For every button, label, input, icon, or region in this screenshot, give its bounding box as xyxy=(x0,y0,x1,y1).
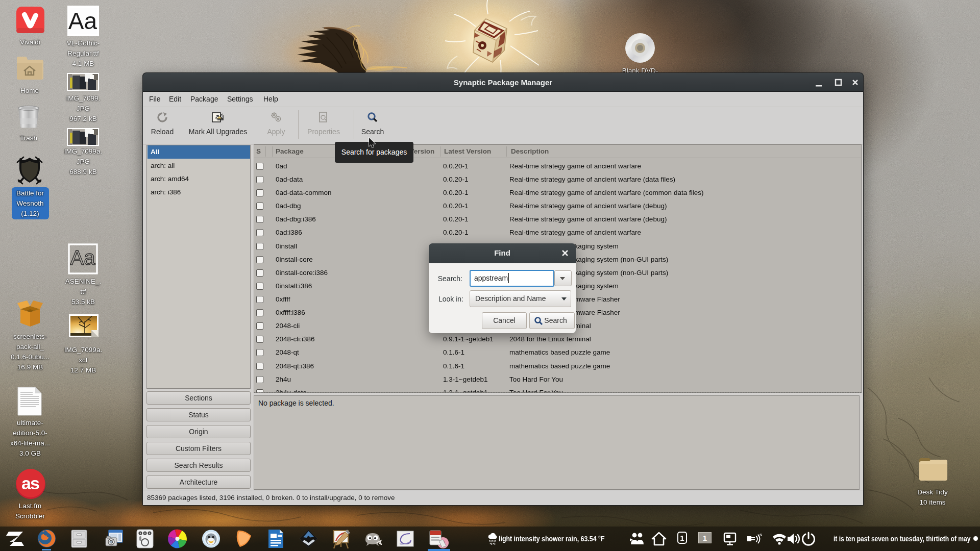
svg-text:Aa: Aa xyxy=(68,8,97,34)
svg-text:as: as xyxy=(21,473,39,493)
svg-text:s: s xyxy=(760,532,762,537)
svg-text:Aa: Aa xyxy=(70,246,96,269)
